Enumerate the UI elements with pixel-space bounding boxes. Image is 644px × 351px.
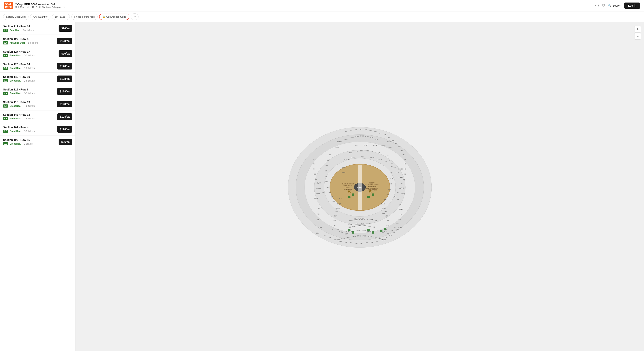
svg-text:437: 437 [345, 131, 348, 132]
ticket-item[interactable]: Section 119 · Row 14 9.9 Best Deal · 1-4… [0, 22, 76, 35]
svg-text:ST662: ST662 [350, 137, 354, 138]
ticket-item[interactable]: Section 127 · Row 17 8.7 Great Deal · 1-… [0, 47, 76, 60]
svg-text:451: 451 [402, 154, 405, 156]
ticket-price-button[interactable]: $128/ea [57, 76, 72, 82]
svg-text:ST19: ST19 [398, 227, 402, 228]
deal-score-badge: 8.5 [3, 79, 8, 82]
svg-text:C210: C210 [360, 219, 363, 220]
svg-text:401: 401 [394, 227, 396, 228]
search-icon: 🔍 [608, 4, 612, 7]
ticket-count: · 1-5 tickets [23, 79, 34, 82]
price-filter[interactable]: $0 - $155+ [52, 14, 70, 20]
ticket-section: Section 143 · Row 13 [3, 113, 35, 116]
ticket-price-button[interactable]: $128/ea [57, 63, 72, 70]
svg-text:HF250A: HF250A [344, 159, 349, 160]
svg-text:SV492: SV492 [316, 193, 320, 195]
ticket-info: Section 102 · Row 4 8.0 Great Deal · 1-3… [3, 126, 35, 133]
svg-text:443: 443 [374, 131, 376, 132]
ticket-meta: 8.0 Great Deal · 1-3 tickets [3, 130, 35, 133]
svg-text:C207: C207 [370, 219, 373, 221]
main-layout: Section 119 · Row 14 9.9 Best Deal · 1-4… [0, 22, 644, 351]
svg-text:HF258: HF258 [360, 156, 364, 158]
ticket-count: · 1-3 tickets [23, 92, 34, 95]
zoom-out-button[interactable]: − [634, 33, 641, 40]
zoom-in-button[interactable]: + [634, 26, 641, 33]
more-options-button[interactable]: ··· [131, 14, 138, 20]
ticket-item[interactable]: Section 119 · Row 6 8.2 Great Deal · 1-3… [0, 85, 76, 98]
ticket-item[interactable]: Section 118 · Row 19 8.2 Great Deal · 1-… [0, 98, 76, 111]
header-left: SEATGEEK 2-Day: PBR 3/5 & American 3/6 S… [4, 2, 65, 9]
ticket-price-button[interactable]: $96/ea [58, 25, 72, 32]
deal-text: Great Deal [10, 79, 21, 82]
svg-text:TEAM ROPING: TEAM ROPING [368, 186, 376, 187]
svg-text:413: 413 [366, 242, 368, 243]
ticket-item[interactable]: Section 127 · Row 15 7.9 Great Deal · 2 … [0, 136, 76, 148]
svg-text:OC2L: OC2L [355, 223, 358, 224]
svg-point-203 [372, 193, 374, 196]
ticket-price-button[interactable]: $96/ea [58, 50, 72, 57]
ticket-info: Section 128 · Row 14 8.7 Great Deal · 1-… [3, 63, 35, 70]
ticket-price-button[interactable]: $128/ea [57, 88, 72, 95]
ticket-item[interactable]: Section 128 · Row 14 8.7 Great Deal · 1-… [0, 60, 76, 73]
ticket-item[interactable]: Section 102 · Row 4 8.0 Great Deal · 1-3… [0, 123, 76, 136]
ticket-section: Section 127 · Row 5 [3, 38, 38, 41]
ticket-meta: 9.4 Amazing Deal · 1-4 tickets [3, 41, 38, 45]
svg-text:BARREL RACING: BARREL RACING [366, 189, 377, 191]
sort-filter[interactable]: Sort by Best Deal [3, 14, 28, 20]
heart-icon[interactable]: ♡ [602, 4, 605, 8]
svg-text:SV405: SV405 [381, 145, 386, 146]
access-code-button[interactable]: 🔒 Use Access Code [99, 14, 130, 20]
svg-text:EL114: EL114 [342, 167, 346, 168]
ticket-info: Section 127 · Row 5 9.4 Amazing Deal · 1… [3, 38, 38, 45]
ticket-count: · 2 tickets [23, 143, 32, 145]
svg-text:OC8L: OC8L [348, 223, 352, 225]
ticket-price-button[interactable]: $128/ea [57, 101, 72, 107]
svg-text:RIDING: RIDING [346, 187, 350, 188]
deal-text: Amazing Deal [10, 42, 25, 44]
svg-text:217: 217 [334, 215, 336, 217]
ticket-item[interactable]: Section 143 · Row 13 8.1 Great Deal · 1-… [0, 111, 76, 123]
ticket-section: Section 127 · Row 15 [3, 138, 32, 142]
search-button[interactable]: 🔍 Search [608, 4, 621, 7]
deal-score-badge: 7.9 [3, 142, 8, 145]
svg-text:220: 220 [331, 196, 333, 198]
svg-text:250: 250 [384, 198, 386, 200]
quantity-filter[interactable]: Any Quantity [30, 14, 50, 20]
svg-text:C311: C311 [352, 226, 356, 227]
svg-text:BREAKAWAY ROPING: BREAKAWAY ROPING [365, 184, 379, 185]
ticket-item[interactable]: Section 142 · Row 19 8.5 Great Deal · 1-… [0, 73, 76, 85]
svg-text:EL112: EL112 [342, 172, 346, 173]
svg-text:ST609: ST609 [375, 139, 379, 140]
map-area: + − STAGE [76, 22, 644, 351]
ticket-price-button[interactable]: $128/ea [57, 126, 72, 133]
ticket-price-button[interactable]: $96/ea [58, 139, 72, 145]
deal-score-badge: 9.4 [3, 41, 8, 45]
svg-text:HF254: HF254 [351, 157, 355, 158]
svg-text:453: 453 [404, 163, 406, 165]
login-button[interactable]: Log in [624, 3, 640, 9]
ticket-meta: 8.2 Great Deal · 1-6 tickets [3, 104, 35, 108]
ticket-count: · 1-6 tickets [23, 117, 34, 120]
ticket-price-button[interactable]: $128/ea [57, 38, 72, 44]
svg-text:B: B [348, 189, 351, 194]
svg-text:SV443: SV443 [356, 230, 360, 231]
svg-text:EL14: EL14 [384, 231, 387, 232]
svg-text:SADDLE BRONC: SADDLE BRONC [343, 185, 353, 186]
fees-filter[interactable]: Prices before fees [72, 14, 98, 20]
svg-text:EL107: EL107 [336, 208, 340, 209]
svg-text:249: 249 [386, 194, 389, 195]
svg-text:407: 407 [393, 232, 395, 233]
logo[interactable]: SEATGEEK [4, 2, 13, 9]
ticket-price-button[interactable]: $128/ea [57, 113, 72, 120]
svg-text:454: 454 [404, 168, 406, 170]
ticket-item[interactable]: Section 127 · Row 5 9.4 Amazing Deal · 1… [0, 35, 76, 47]
info-icon[interactable]: ⓘ [595, 3, 599, 8]
deal-text: Great Deal [10, 105, 21, 107]
ticket-info: Section 119 · Row 14 9.9 Best Deal · 1-4… [3, 25, 34, 32]
svg-text:447: 447 [392, 140, 394, 141]
svg-text:SV418: SV418 [400, 187, 404, 189]
svg-text:SV483: SV483 [354, 145, 358, 146]
svg-text:OC2R: OC2R [360, 223, 364, 224]
filter-bar: Sort by Best Deal Any Quantity $0 - $155… [0, 12, 644, 22]
svg-text:457: 457 [401, 183, 403, 184]
